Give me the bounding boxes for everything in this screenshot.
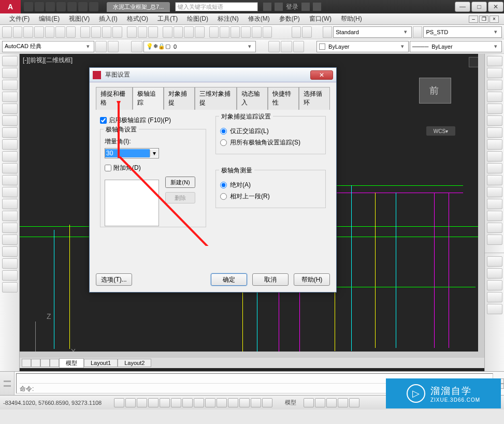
- status-dyn-icon[interactable]: [205, 398, 215, 407]
- command-handle[interactable]: [0, 372, 15, 395]
- 3dorbit-icon[interactable]: [487, 280, 502, 290]
- blockeditor-icon[interactable]: [127, 26, 137, 38]
- layout-nav-next-icon[interactable]: [40, 359, 50, 367]
- sign-in-icon[interactable]: [275, 3, 283, 11]
- properties-icon[interactable]: [209, 26, 219, 38]
- layout-nav-prev-icon[interactable]: [31, 359, 40, 367]
- save-icon[interactable]: [23, 26, 33, 38]
- status-grid-icon[interactable]: [125, 398, 136, 407]
- help-search-input[interactable]: 键入关键字或短语: [175, 2, 258, 11]
- coordinate-readout[interactable]: -83494.1020, 57660.8590, 93273.1108: [3, 400, 102, 406]
- fillet-icon[interactable]: [487, 223, 502, 233]
- open-icon[interactable]: [13, 26, 23, 38]
- vertical-scrollbar[interactable]: [478, 54, 484, 352]
- login-label[interactable]: 登录: [286, 3, 298, 11]
- absolute-input[interactable]: [220, 182, 227, 188]
- mdi-close-button[interactable]: ×: [489, 16, 499, 23]
- status-otrack-icon[interactable]: [182, 398, 193, 407]
- layout-tab-layout2[interactable]: Layout2: [118, 359, 151, 367]
- point-icon[interactable]: [2, 211, 18, 221]
- scale-icon[interactable]: [487, 139, 502, 150]
- binoculars-icon[interactable]: [263, 3, 271, 11]
- circle-icon[interactable]: [2, 127, 18, 138]
- status-a2-icon[interactable]: [315, 398, 325, 407]
- dialog-close-button[interactable]: ✕: [310, 70, 333, 80]
- window-lock-icon[interactable]: [292, 26, 301, 38]
- workspace-combo[interactable]: AutoCAD 经典 ▾: [2, 41, 94, 52]
- layer-props-icon[interactable]: [131, 41, 142, 52]
- tab-snap-grid[interactable]: 捕捉和栅格: [96, 87, 133, 110]
- relative-radio[interactable]: 相对上一段(R): [220, 192, 321, 201]
- designcenter-icon[interactable]: [220, 26, 229, 38]
- additional-angle-list[interactable]: [105, 180, 159, 226]
- matchprop-icon[interactable]: [112, 26, 122, 38]
- qat-redo-icon[interactable]: [89, 2, 98, 11]
- close-button[interactable]: ✕: [488, 2, 503, 12]
- move-icon[interactable]: [487, 115, 502, 126]
- dimstyle-icon[interactable]: [413, 26, 423, 38]
- cut-icon[interactable]: [80, 26, 90, 38]
- help-icon[interactable]: [313, 3, 321, 11]
- ucs-tool-icon[interactable]: [487, 304, 502, 314]
- status-ortho-icon[interactable]: [137, 398, 147, 407]
- menu-tools[interactable]: 工具(T): [153, 13, 182, 24]
- menu-window[interactable]: 窗口(W): [305, 13, 336, 24]
- gradient-icon[interactable]: [2, 235, 18, 245]
- makeblock-icon[interactable]: [2, 199, 18, 209]
- tab-dyninput[interactable]: 动态输入: [237, 87, 268, 110]
- layout-nav-first-icon[interactable]: [22, 359, 31, 367]
- additional-angle-input[interactable]: [105, 165, 111, 171]
- ortho-track-radio[interactable]: 仅正交追踪(L): [220, 127, 321, 136]
- revcloud-icon[interactable]: [2, 139, 18, 150]
- menu-file[interactable]: 文件(F): [5, 13, 34, 24]
- mtext-icon[interactable]: [2, 270, 18, 281]
- stretch-icon[interactable]: [487, 151, 502, 162]
- markup-icon[interactable]: [252, 26, 262, 38]
- app-logo[interactable]: A: [0, 0, 21, 13]
- zoom-realtime-icon[interactable]: [174, 26, 183, 38]
- rectangle-icon[interactable]: [2, 104, 18, 114]
- layout-tab-model[interactable]: 模型: [59, 358, 84, 368]
- cleanscreen-icon[interactable]: [302, 26, 312, 38]
- qat-save-icon[interactable]: [46, 2, 55, 11]
- break-icon[interactable]: [487, 187, 502, 197]
- zoom-window-icon[interactable]: [184, 26, 194, 38]
- tab-3dosnap[interactable]: 三维对象捕捉: [195, 87, 237, 110]
- join-icon[interactable]: [487, 199, 502, 209]
- status-lwt-icon[interactable]: [217, 398, 227, 407]
- menu-format[interactable]: 格式(O): [123, 13, 152, 24]
- copy-icon[interactable]: [91, 26, 101, 38]
- textstyle-combo[interactable]: Standard ▾: [333, 26, 412, 38]
- chevron-down-icon[interactable]: ▾: [150, 150, 158, 157]
- paste-icon[interactable]: [102, 26, 112, 38]
- trim-icon[interactable]: [487, 163, 502, 173]
- polygon-icon[interactable]: [2, 92, 18, 102]
- layout-nav-last-icon[interactable]: [50, 359, 59, 367]
- tab-osnap[interactable]: 对象捕捉: [164, 87, 195, 110]
- all-polar-track-input[interactable]: [220, 139, 227, 146]
- addselected-icon[interactable]: [2, 282, 18, 293]
- tab-selcycling[interactable]: 选择循环: [299, 87, 330, 110]
- status-sc-icon[interactable]: [251, 398, 261, 407]
- wcs-badge[interactable]: WCS ▾: [426, 126, 455, 136]
- enable-polar-input[interactable]: [100, 117, 107, 124]
- qat-open-icon[interactable]: [35, 2, 44, 11]
- plot-icon[interactable]: [45, 26, 55, 38]
- textstyle-icon[interactable]: [323, 26, 333, 38]
- rotate-icon[interactable]: [487, 127, 502, 138]
- mdi-restore-button[interactable]: ❐: [479, 16, 488, 23]
- sheetset-icon[interactable]: [241, 26, 251, 38]
- construction-line-icon[interactable]: [2, 68, 18, 78]
- render-icon[interactable]: [487, 256, 502, 267]
- pan-icon[interactable]: [163, 26, 172, 38]
- redo-icon[interactable]: [148, 26, 158, 38]
- menu-draw[interactable]: 绘图(D): [183, 13, 212, 24]
- new-angle-button[interactable]: 新建(N): [165, 177, 195, 188]
- new-icon[interactable]: [2, 26, 12, 38]
- status-snap-icon[interactable]: [114, 398, 124, 407]
- workspace-gear-icon[interactable]: [108, 41, 119, 52]
- status-am-icon[interactable]: [262, 398, 272, 407]
- menu-help[interactable]: 帮助(H): [337, 13, 366, 24]
- ortho-track-input[interactable]: [220, 128, 227, 135]
- increment-combo[interactable]: ▾: [105, 148, 159, 158]
